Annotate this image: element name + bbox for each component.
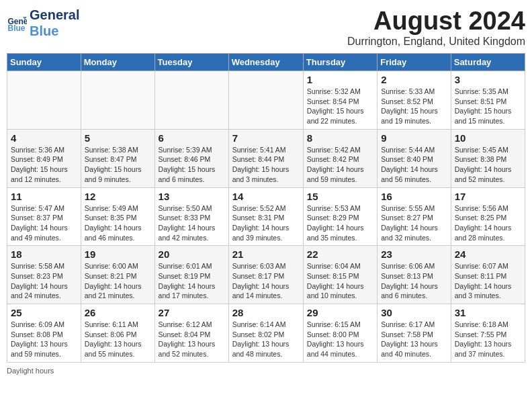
day-info: Sunrise: 5:58 AM Sunset: 8:23 PM Dayligh… bbox=[11, 261, 77, 301]
day-info: Sunrise: 5:50 AM Sunset: 8:33 PM Dayligh… bbox=[159, 203, 225, 243]
day-number: 1 bbox=[307, 74, 373, 85]
day-info: Sunrise: 5:56 AM Sunset: 8:25 PM Dayligh… bbox=[455, 203, 521, 243]
day-info: Sunrise: 6:17 AM Sunset: 7:58 PM Dayligh… bbox=[381, 320, 447, 359]
day-number: 7 bbox=[232, 132, 300, 144]
day-info: Sunrise: 6:15 AM Sunset: 8:00 PM Dayligh… bbox=[307, 320, 373, 359]
day-info: Sunrise: 5:47 AM Sunset: 8:37 PM Dayligh… bbox=[11, 203, 77, 243]
day-number: 20 bbox=[159, 248, 225, 260]
day-number: 18 bbox=[11, 248, 77, 260]
calendar-cell: 6Sunrise: 5:39 AM Sunset: 8:46 PM Daylig… bbox=[154, 129, 228, 187]
calendar-cell: 15Sunrise: 5:53 AM Sunset: 8:29 PM Dayli… bbox=[303, 187, 377, 246]
day-number: 30 bbox=[381, 307, 447, 318]
day-info: Sunrise: 6:12 AM Sunset: 8:04 PM Dayligh… bbox=[159, 320, 225, 359]
day-info: Sunrise: 6:04 AM Sunset: 8:15 PM Dayligh… bbox=[307, 261, 373, 301]
day-info: Sunrise: 6:01 AM Sunset: 8:19 PM Dayligh… bbox=[159, 261, 225, 301]
calendar-cell: 1Sunrise: 5:32 AM Sunset: 8:54 PM Daylig… bbox=[303, 71, 377, 130]
calendar-cell: 12Sunrise: 5:49 AM Sunset: 8:35 PM Dayli… bbox=[81, 187, 154, 246]
day-number: 13 bbox=[159, 191, 225, 202]
calendar-cell: 31Sunrise: 6:18 AM Sunset: 7:55 PM Dayli… bbox=[451, 304, 525, 363]
day-info: Sunrise: 5:35 AM Sunset: 8:51 PM Dayligh… bbox=[455, 87, 521, 126]
calendar-cell: 29Sunrise: 6:15 AM Sunset: 8:00 PM Dayli… bbox=[303, 304, 377, 363]
calendar-cell: 3Sunrise: 5:35 AM Sunset: 8:51 PM Daylig… bbox=[451, 71, 525, 130]
footer-daylight: Daylight hours bbox=[7, 367, 525, 375]
logo-general: General bbox=[30, 7, 79, 23]
day-number: 5 bbox=[85, 132, 151, 144]
calendar-cell: 18Sunrise: 5:58 AM Sunset: 8:23 PM Dayli… bbox=[7, 246, 81, 304]
day-info: Sunrise: 5:49 AM Sunset: 8:35 PM Dayligh… bbox=[85, 203, 151, 243]
calendar-cell: 20Sunrise: 6:01 AM Sunset: 8:19 PM Dayli… bbox=[154, 246, 228, 304]
logo-icon: General Blue bbox=[7, 13, 27, 33]
month-year-title: August 2024 bbox=[347, 7, 525, 36]
week-row-1: 1Sunrise: 5:32 AM Sunset: 8:54 PM Daylig… bbox=[7, 71, 525, 130]
calendar-cell: 24Sunrise: 6:07 AM Sunset: 8:11 PM Dayli… bbox=[451, 246, 525, 304]
day-info: Sunrise: 6:11 AM Sunset: 8:06 PM Dayligh… bbox=[85, 320, 151, 359]
day-info: Sunrise: 5:39 AM Sunset: 8:46 PM Dayligh… bbox=[159, 145, 225, 185]
calendar-cell: 25Sunrise: 6:09 AM Sunset: 8:08 PM Dayli… bbox=[7, 304, 81, 363]
header: General Blue General Blue August 2024 Du… bbox=[7, 7, 525, 48]
calendar-cell: 22Sunrise: 6:04 AM Sunset: 8:15 PM Dayli… bbox=[303, 246, 377, 304]
calendar-cell: 23Sunrise: 6:06 AM Sunset: 8:13 PM Dayli… bbox=[378, 246, 451, 304]
day-info: Sunrise: 5:38 AM Sunset: 8:47 PM Dayligh… bbox=[85, 145, 151, 185]
day-number: 11 bbox=[11, 191, 77, 202]
day-info: Sunrise: 5:32 AM Sunset: 8:54 PM Dayligh… bbox=[307, 87, 373, 126]
calendar-cell: 8Sunrise: 5:42 AM Sunset: 8:42 PM Daylig… bbox=[303, 129, 377, 187]
calendar-cell bbox=[154, 71, 228, 130]
calendar-cell bbox=[228, 71, 303, 130]
day-number: 14 bbox=[232, 191, 300, 202]
calendar-cell: 26Sunrise: 6:11 AM Sunset: 8:06 PM Dayli… bbox=[81, 304, 154, 363]
day-number: 9 bbox=[381, 132, 447, 144]
day-info: Sunrise: 6:06 AM Sunset: 8:13 PM Dayligh… bbox=[381, 261, 447, 301]
calendar-cell: 17Sunrise: 5:56 AM Sunset: 8:25 PM Dayli… bbox=[451, 187, 525, 246]
day-info: Sunrise: 5:41 AM Sunset: 8:44 PM Dayligh… bbox=[232, 145, 300, 185]
title-area: August 2024 Durrington, England, United … bbox=[347, 7, 525, 48]
day-info: Sunrise: 5:44 AM Sunset: 8:40 PM Dayligh… bbox=[381, 145, 447, 185]
day-number: 19 bbox=[85, 248, 151, 260]
day-number: 31 bbox=[455, 307, 521, 318]
day-number: 22 bbox=[307, 248, 373, 260]
day-info: Sunrise: 5:53 AM Sunset: 8:29 PM Dayligh… bbox=[307, 203, 373, 243]
day-info: Sunrise: 5:52 AM Sunset: 8:31 PM Dayligh… bbox=[232, 203, 300, 243]
day-number: 2 bbox=[381, 74, 447, 85]
day-number: 27 bbox=[159, 307, 225, 318]
weekday-monday: Monday bbox=[81, 54, 154, 71]
location-text: Durrington, England, United Kingdom bbox=[347, 36, 525, 48]
calendar-cell: 2Sunrise: 5:33 AM Sunset: 8:52 PM Daylig… bbox=[378, 71, 451, 130]
week-row-4: 18Sunrise: 5:58 AM Sunset: 8:23 PM Dayli… bbox=[7, 246, 525, 304]
weekday-wednesday: Wednesday bbox=[228, 54, 303, 71]
calendar-cell bbox=[7, 71, 81, 130]
week-row-2: 4Sunrise: 5:36 AM Sunset: 8:49 PM Daylig… bbox=[7, 129, 525, 187]
calendar-cell: 11Sunrise: 5:47 AM Sunset: 8:37 PM Dayli… bbox=[7, 187, 81, 246]
logo: General Blue General Blue bbox=[7, 7, 79, 39]
day-number: 8 bbox=[307, 132, 373, 144]
day-info: Sunrise: 5:33 AM Sunset: 8:52 PM Dayligh… bbox=[381, 87, 447, 126]
day-number: 23 bbox=[381, 248, 447, 260]
weekday-header-row: SundayMondayTuesdayWednesdayThursdayFrid… bbox=[7, 54, 525, 71]
calendar-cell: 14Sunrise: 5:52 AM Sunset: 8:31 PM Dayli… bbox=[228, 187, 303, 246]
day-info: Sunrise: 5:42 AM Sunset: 8:42 PM Dayligh… bbox=[307, 145, 373, 185]
day-number: 16 bbox=[381, 191, 447, 202]
calendar-cell: 9Sunrise: 5:44 AM Sunset: 8:40 PM Daylig… bbox=[378, 129, 451, 187]
day-number: 15 bbox=[307, 191, 373, 202]
calendar-cell bbox=[81, 71, 154, 130]
day-number: 3 bbox=[455, 74, 521, 85]
week-row-3: 11Sunrise: 5:47 AM Sunset: 8:37 PM Dayli… bbox=[7, 187, 525, 246]
day-number: 4 bbox=[11, 132, 77, 144]
weekday-tuesday: Tuesday bbox=[154, 54, 228, 71]
day-number: 26 bbox=[85, 307, 151, 318]
weekday-saturday: Saturday bbox=[451, 54, 525, 71]
day-number: 17 bbox=[455, 191, 521, 202]
weekday-thursday: Thursday bbox=[303, 54, 377, 71]
weekday-friday: Friday bbox=[378, 54, 451, 71]
weekday-sunday: Sunday bbox=[7, 54, 81, 71]
calendar-cell: 19Sunrise: 6:00 AM Sunset: 8:21 PM Dayli… bbox=[81, 246, 154, 304]
calendar-cell: 7Sunrise: 5:41 AM Sunset: 8:44 PM Daylig… bbox=[228, 129, 303, 187]
calendar-cell: 16Sunrise: 5:55 AM Sunset: 8:27 PM Dayli… bbox=[378, 187, 451, 246]
day-info: Sunrise: 6:00 AM Sunset: 8:21 PM Dayligh… bbox=[85, 261, 151, 301]
logo-blue: Blue bbox=[30, 23, 79, 39]
day-info: Sunrise: 6:03 AM Sunset: 8:17 PM Dayligh… bbox=[232, 261, 300, 301]
week-row-5: 25Sunrise: 6:09 AM Sunset: 8:08 PM Dayli… bbox=[7, 304, 525, 363]
day-number: 12 bbox=[85, 191, 151, 202]
calendar-cell: 5Sunrise: 5:38 AM Sunset: 8:47 PM Daylig… bbox=[81, 129, 154, 187]
calendar-cell: 30Sunrise: 6:17 AM Sunset: 7:58 PM Dayli… bbox=[378, 304, 451, 363]
day-info: Sunrise: 6:09 AM Sunset: 8:08 PM Dayligh… bbox=[11, 320, 77, 359]
